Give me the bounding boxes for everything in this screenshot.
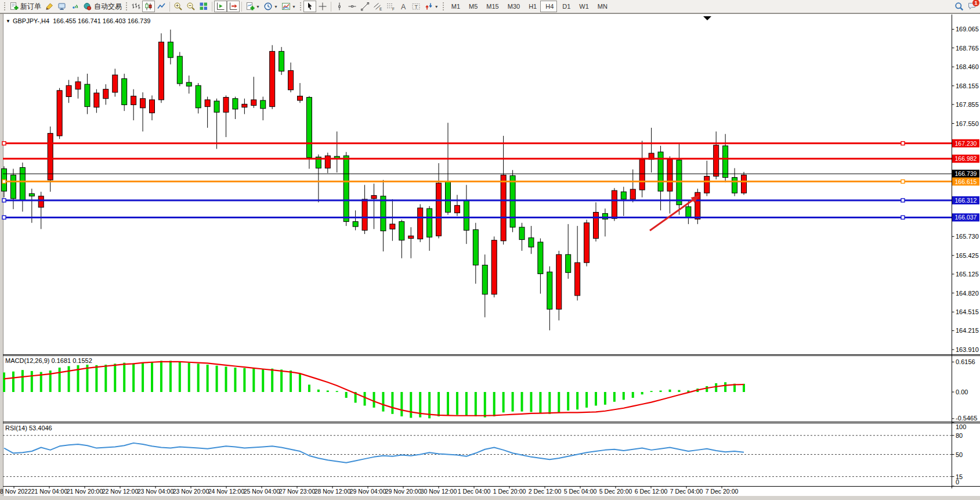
cursor-button[interactable] xyxy=(303,1,316,12)
dropdown-caret-icon[interactable]: ▼ xyxy=(435,5,439,9)
candle-body xyxy=(205,100,210,107)
price-tick-label: 165.125 xyxy=(956,271,979,278)
autoscroll-icon xyxy=(229,2,238,11)
chart-canvas[interactable]: 169.065168.765168.460168.155167.855167.5… xyxy=(0,0,980,500)
support-line-1-price-tag-label: 166.312 xyxy=(955,197,977,204)
rsi-label: RSI(14) 53.4046 xyxy=(5,425,52,431)
notifications-button[interactable]: 1 xyxy=(965,1,978,12)
resistance-line-1-handle[interactable] xyxy=(2,142,6,145)
tline-icon xyxy=(360,2,370,11)
highlighter-button[interactable] xyxy=(43,1,56,12)
macd-hist-bar xyxy=(502,392,505,412)
support-line-1-handle[interactable] xyxy=(901,199,905,202)
arrows-button[interactable]: ▼ xyxy=(422,1,440,12)
macd-name: MACD(12,26,9) xyxy=(5,357,49,364)
line-chart-button[interactable] xyxy=(155,1,168,12)
chart-shift-button[interactable] xyxy=(214,1,227,12)
candle-body xyxy=(10,175,16,199)
trendline-button[interactable] xyxy=(359,1,371,12)
price-tick-label: 168.155 xyxy=(956,82,979,89)
market-watch-button[interactable] xyxy=(56,1,68,12)
time-tick-label: 30 Nov 12:00 xyxy=(421,488,457,495)
pivot-line-handle[interactable] xyxy=(901,180,905,184)
candle-body xyxy=(510,175,515,227)
candle-body xyxy=(529,238,534,247)
text-button[interactable]: A xyxy=(397,1,410,12)
macd-hist-bar xyxy=(400,392,403,416)
resistance-line-1-handle[interactable] xyxy=(901,142,905,145)
candle-body xyxy=(714,145,719,177)
support-line-2-handle[interactable] xyxy=(2,215,6,219)
timeframe-d1[interactable]: D1 xyxy=(557,1,574,12)
dropdown-caret-icon[interactable]: ▼ xyxy=(256,5,260,9)
timeframe-h4[interactable]: H4 xyxy=(540,1,557,12)
macd-hist-bar xyxy=(576,392,578,409)
toolbar-grip[interactable] xyxy=(442,2,444,11)
time-tick-label: 23 Nov 20:00 xyxy=(173,488,209,495)
autotrading-button[interactable]: 自动交易 xyxy=(81,1,124,12)
toolbar-grip[interactable] xyxy=(299,2,302,11)
tile-windows-button[interactable] xyxy=(197,1,210,12)
label-button[interactable]: T xyxy=(410,1,422,12)
timeframe-mn[interactable]: MN xyxy=(592,1,611,12)
zoom-in-button[interactable] xyxy=(172,1,185,12)
timeframe-mn-label: MN xyxy=(598,3,607,10)
price-tick-label: 167.855 xyxy=(956,101,979,108)
macd-hist-bar xyxy=(475,392,477,416)
main-toolbar: 新订单自动交易▼▼▼EFAT▼M1M5M15M30H1H4D1W1MN1 xyxy=(0,0,980,13)
chart-symbol-period: GBPJPY-,H4 xyxy=(13,17,49,24)
zoom-out-button[interactable] xyxy=(185,1,197,12)
rsi-tick-label: 0 xyxy=(956,479,959,485)
candle-body xyxy=(343,156,349,221)
toolbar-right-group: 1 xyxy=(953,1,978,12)
timeframe-w1-label: W1 xyxy=(579,3,589,10)
horizontal-line-button[interactable] xyxy=(346,1,359,12)
timeframe-m15-label: M15 xyxy=(486,3,498,10)
toolbar-grip[interactable] xyxy=(3,2,6,11)
doc-plus-icon xyxy=(9,2,19,11)
timeframe-m15[interactable]: M15 xyxy=(481,1,502,12)
periods-button[interactable]: ▼ xyxy=(262,1,280,12)
timeframe-h1[interactable]: H1 xyxy=(523,1,540,12)
search-button[interactable] xyxy=(953,1,965,12)
macd-hist-bar xyxy=(585,392,588,408)
collapse-triangle-icon[interactable]: ▼ xyxy=(6,19,10,24)
timeframe-m1-label: M1 xyxy=(451,3,460,10)
timeframe-m5[interactable]: M5 xyxy=(464,1,481,12)
templates-button[interactable]: ▼ xyxy=(280,1,298,12)
macd-hist-bar xyxy=(188,363,190,392)
candle-body xyxy=(427,208,432,237)
support-line-1-handle[interactable] xyxy=(2,199,6,202)
macd-hist-bar xyxy=(12,372,15,392)
dropdown-caret-icon[interactable]: ▼ xyxy=(274,5,278,9)
indicators-button[interactable]: ▼ xyxy=(244,1,262,12)
resistance-line-1-price-tag-label: 167.230 xyxy=(955,140,977,147)
macd-hist-bar xyxy=(252,368,255,392)
crosshair-button[interactable] xyxy=(316,1,329,12)
candle-body xyxy=(639,160,645,190)
candle-body xyxy=(270,51,275,106)
timeframe-m1[interactable]: M1 xyxy=(446,1,464,12)
signals-button[interactable] xyxy=(68,1,81,12)
dropdown-caret-icon[interactable]: ▼ xyxy=(292,5,296,9)
vertical-line-button[interactable] xyxy=(333,1,346,12)
support-line-2-handle[interactable] xyxy=(901,215,905,219)
timeframe-m30[interactable]: M30 xyxy=(502,1,523,12)
price-tick-label: 163.910 xyxy=(956,346,979,353)
time-axis[interactable]: 18 Nov 202221 Nov 04:0021 Nov 20:0022 No… xyxy=(0,487,738,495)
time-tick-label: 27 Nov 23:00 xyxy=(279,488,316,495)
auto-scroll-button[interactable] xyxy=(227,1,240,12)
timeframe-w1[interactable]: W1 xyxy=(574,1,592,12)
candle-body xyxy=(103,89,109,99)
channel-button[interactable]: E xyxy=(371,1,384,12)
fibonacci-button[interactable]: F xyxy=(384,1,397,12)
toolbar-grip[interactable] xyxy=(125,2,128,11)
macd-hist-bar xyxy=(151,362,153,392)
new-order-button[interactable]: 新订单 xyxy=(8,1,43,12)
candlestick-chart-button[interactable] xyxy=(142,1,155,12)
pivot-line-handle[interactable] xyxy=(2,180,6,184)
window-bottom-border xyxy=(0,496,980,500)
pivot-line-price-tag-label: 166.615 xyxy=(955,178,977,185)
time-tick-label: 1 Dec 04:00 xyxy=(458,488,491,495)
bar-chart-button[interactable] xyxy=(129,1,142,12)
